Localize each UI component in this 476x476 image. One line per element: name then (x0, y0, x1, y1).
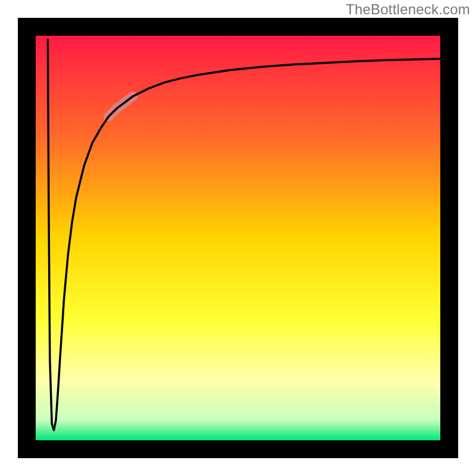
bottleneck-chart (0, 0, 476, 476)
plot-background (36, 36, 440, 440)
